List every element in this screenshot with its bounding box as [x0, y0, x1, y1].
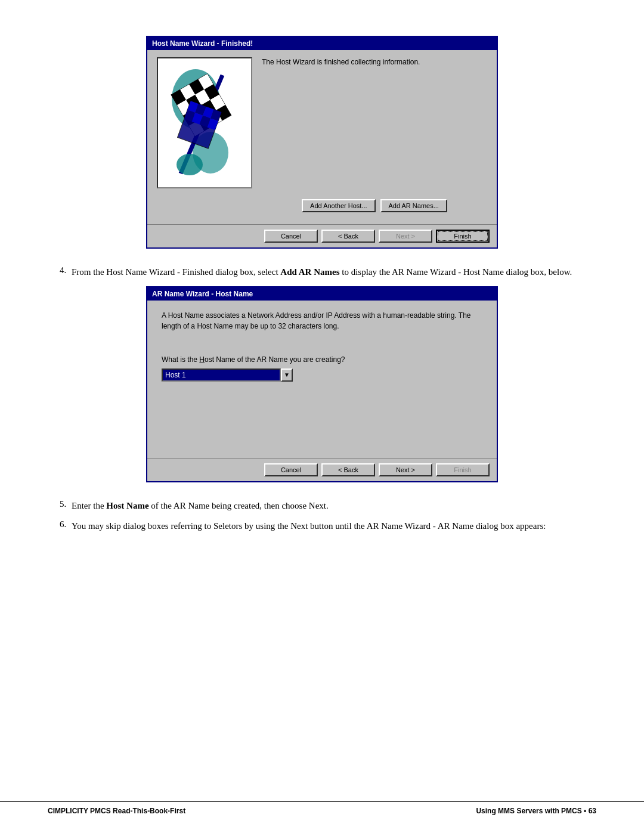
step5-text-before: Enter the: [72, 501, 106, 510]
step4-paragraph: 4. From the Host Name Wizard - Finished …: [48, 265, 596, 279]
step4-content: From the Host Name Wizard - Finished dia…: [72, 265, 596, 279]
dialog2-cancel-button[interactable]: Cancel: [264, 463, 318, 476]
step6-paragraph: 6. You may skip dialog boxes referring t…: [48, 519, 596, 533]
dialog2-wrapper: AR Name Wizard - Host Name A Host Name a…: [48, 286, 596, 482]
dialog1-wrapper: Host Name Wizard - Finished!: [48, 36, 596, 249]
step5-paragraph: 5. Enter the Host Name of the AR Name be…: [48, 499, 596, 513]
footer-left: CIMPLICITY PMCS Read-This-Book-First: [48, 807, 185, 815]
dialog1-titlebar: Host Name Wizard - Finished!: [147, 37, 497, 50]
dialog1-cancel-button[interactable]: Cancel: [264, 230, 318, 243]
footer-right: Using MMS Servers with PMCS • 63: [476, 807, 596, 815]
step4-bold: Add AR Names: [280, 267, 339, 277]
dialog1: Host Name Wizard - Finished!: [146, 36, 498, 249]
dialog1-next-button[interactable]: Next >: [379, 230, 432, 243]
dialog2-description: A Host Name associates a Network Address…: [162, 310, 482, 332]
dialog2-back-button[interactable]: < Back: [321, 463, 375, 476]
step4-text-after: to display the AR Name Wizard - Host Nam…: [340, 267, 572, 277]
step5-bold: Host Name: [106, 501, 148, 510]
page-footer: CIMPLICITY PMCS Read-This-Book-First Usi…: [0, 801, 644, 815]
dialog2-host-input[interactable]: [162, 368, 281, 382]
step5-number: 5.: [48, 499, 72, 513]
dialog2-title: AR Name Wizard - Host Name: [152, 290, 253, 298]
step5-text-after: of the AR Name being created, then choos…: [149, 501, 329, 510]
dialog1-message: The Host Wizard is finished collecting i…: [262, 57, 487, 67]
dialog2-next-button[interactable]: Next >: [379, 463, 432, 476]
dialog2: AR Name Wizard - Host Name A Host Name a…: [146, 286, 498, 482]
dialog1-right-panel: The Host Wizard is finished collecting i…: [262, 57, 487, 212]
dialog2-finish-button[interactable]: Finish: [436, 463, 490, 476]
step5-content: Enter the Host Name of the AR Name being…: [72, 499, 596, 513]
dialog1-footer: Cancel < Back Next > Finish: [147, 224, 497, 247]
dialog2-titlebar: AR Name Wizard - Host Name: [147, 287, 497, 301]
dialog1-action-buttons: Add Another Host... Add AR Names...: [262, 199, 487, 212]
dialog1-back-button[interactable]: < Back: [321, 230, 375, 243]
checkered-flag-icon: [163, 63, 246, 182]
dialog1-image-panel: [157, 57, 252, 188]
add-another-host-button[interactable]: Add Another Host...: [302, 199, 375, 212]
step6-content: You may skip dialog boxes referring to S…: [72, 519, 596, 533]
dialog2-body: A Host Name associates a Network Address…: [147, 301, 497, 453]
dialog2-dropdown-button[interactable]: ▼: [281, 368, 293, 382]
dialog2-dropdown-row: ▼: [162, 368, 482, 382]
dialog1-title: Host Name Wizard - Finished!: [152, 39, 253, 48]
step6-number: 6.: [48, 519, 72, 533]
dialog2-question: What is the Host Name of the AR Name you…: [162, 355, 482, 364]
step4-text-before: From the Host Name Wizard - Finished dia…: [72, 267, 280, 277]
dialog2-footer: Cancel < Back Next > Finish: [147, 458, 497, 481]
add-ar-names-button[interactable]: Add AR Names...: [380, 199, 447, 212]
step4-number: 4.: [48, 265, 72, 279]
svg-point-29: [177, 154, 203, 175]
dialog1-finish-button[interactable]: Finish: [436, 230, 490, 243]
